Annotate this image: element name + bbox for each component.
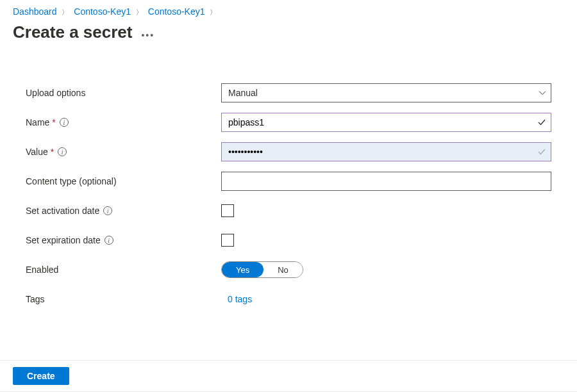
enabled-toggle[interactable]: Yes No	[221, 261, 303, 278]
info-icon[interactable]: i	[105, 236, 113, 245]
content-type-input[interactable]	[221, 172, 551, 191]
breadcrumb-contoso-key1-b[interactable]: Contoso-Key1	[148, 6, 205, 17]
info-icon[interactable]: i	[58, 147, 67, 156]
footer: Create	[0, 360, 577, 392]
form: Upload options Manual Name * i Value * i	[0, 47, 577, 332]
upload-options-label: Upload options	[26, 88, 221, 98]
more-actions-icon[interactable]: •••	[141, 25, 155, 40]
info-icon[interactable]: i	[60, 118, 69, 127]
value-label: Value	[26, 147, 48, 157]
breadcrumb: Dashboard 〉 Contoso-Key1 〉 Contoso-Key1 …	[0, 0, 577, 20]
tags-label: Tags	[26, 294, 221, 304]
chevron-right-icon: 〉	[62, 8, 69, 16]
chevron-right-icon: 〉	[210, 8, 217, 16]
breadcrumb-dashboard[interactable]: Dashboard	[13, 6, 57, 17]
name-input[interactable]	[221, 113, 551, 132]
upload-options-value: Manual	[228, 88, 258, 98]
tags-link[interactable]: 0 tags	[221, 294, 252, 304]
required-asterisk: *	[52, 117, 55, 127]
enabled-label: Enabled	[26, 265, 221, 275]
page-title: Create a secret	[13, 22, 132, 42]
enabled-yes[interactable]: Yes	[222, 262, 263, 277]
enabled-no[interactable]: No	[263, 262, 303, 277]
info-icon[interactable]: i	[103, 206, 112, 215]
name-label: Name	[26, 117, 49, 127]
create-button[interactable]: Create	[13, 367, 69, 385]
content-type-label: Content type (optional)	[26, 176, 221, 186]
value-input[interactable]	[221, 142, 551, 161]
expiration-date-label: Set expiration date	[26, 235, 101, 245]
required-asterisk: *	[51, 147, 54, 157]
upload-options-select[interactable]: Manual	[221, 83, 551, 102]
chevron-right-icon: 〉	[136, 8, 143, 16]
activation-date-checkbox[interactable]	[221, 204, 234, 217]
expiration-date-checkbox[interactable]	[221, 234, 234, 247]
breadcrumb-contoso-key1-a[interactable]: Contoso-Key1	[74, 6, 131, 17]
activation-date-label: Set activation date	[26, 206, 99, 216]
